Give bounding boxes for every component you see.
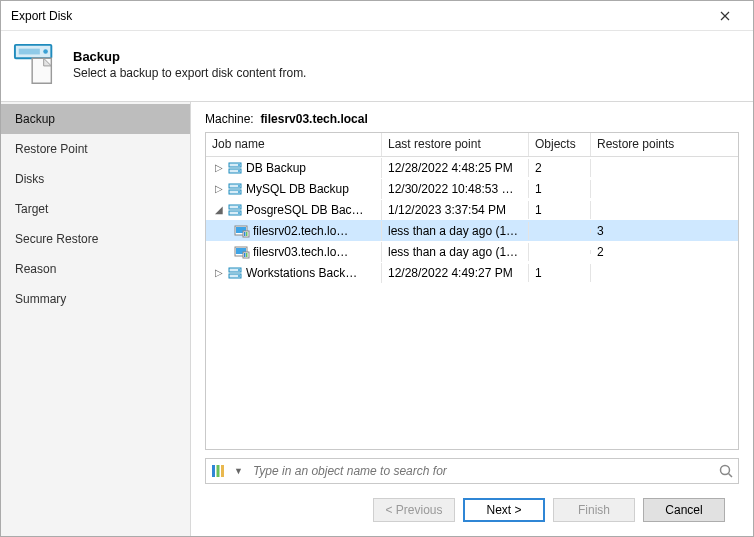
svg-rect-18 xyxy=(244,232,246,236)
expander-icon[interactable]: ▷ xyxy=(214,183,224,194)
sidebar-item-disks[interactable]: Disks xyxy=(1,164,190,194)
col-job-name[interactable]: Job name xyxy=(206,133,382,156)
machine-value: filesrv03.tech.local xyxy=(260,112,367,126)
expander-icon[interactable]: ▷ xyxy=(214,162,224,173)
sidebar-item-target[interactable]: Target xyxy=(1,194,190,224)
sidebar-item-reason[interactable]: Reason xyxy=(1,254,190,284)
svg-point-32 xyxy=(721,466,730,475)
row-last-restore: less than a day ago (1… xyxy=(382,243,529,261)
filter-icon[interactable] xyxy=(210,463,226,479)
grid-job-row[interactable]: ▷MySQL DB Backup12/30/2022 10:48:53 …1 xyxy=(206,178,738,199)
row-last-restore: less than a day ago (1… xyxy=(382,222,529,240)
banner-heading: Backup xyxy=(73,49,306,64)
row-restore-points xyxy=(591,166,738,170)
grid-job-row[interactable]: ◢PosgreSQL DB Bac…1/12/2023 3:37:54 PM1 xyxy=(206,199,738,220)
svg-rect-29 xyxy=(212,465,215,477)
svg-point-9 xyxy=(238,185,240,187)
expander-icon[interactable]: ◢ xyxy=(214,204,224,215)
svg-line-33 xyxy=(729,474,733,478)
close-button[interactable] xyxy=(705,2,745,30)
sidebar-item-restore-point[interactable]: Restore Point xyxy=(1,134,190,164)
row-objects xyxy=(529,250,591,254)
row-name: MySQL DB Backup xyxy=(246,182,349,196)
row-name: DB Backup xyxy=(246,161,306,175)
svg-point-10 xyxy=(238,191,240,193)
svg-rect-1 xyxy=(19,49,40,55)
row-objects: 1 xyxy=(529,180,591,198)
previous-button: < Previous xyxy=(373,498,455,522)
svg-rect-23 xyxy=(244,253,246,257)
svg-point-5 xyxy=(238,164,240,166)
svg-rect-24 xyxy=(246,253,248,257)
row-objects: 1 xyxy=(529,264,591,282)
row-restore-points: 2 xyxy=(591,243,738,261)
grid-body: ▷DB Backup12/28/2022 4:48:25 PM2▷MySQL D… xyxy=(206,157,738,449)
grid-child-row[interactable]: filesrv02.tech.lo…less than a day ago (1… xyxy=(206,220,738,241)
svg-rect-19 xyxy=(246,232,248,236)
grid-header: Job name Last restore point Objects Rest… xyxy=(206,133,738,157)
row-objects xyxy=(529,229,591,233)
search-bar: ▼ xyxy=(205,458,739,484)
row-last-restore: 1/12/2023 3:37:54 PM xyxy=(382,201,529,219)
machine-label: Machine: xyxy=(205,112,254,126)
row-name: Workstations Back… xyxy=(246,266,357,280)
job-icon xyxy=(227,202,243,218)
col-objects[interactable]: Objects xyxy=(529,133,591,156)
row-last-restore: 12/30/2022 10:48:53 … xyxy=(382,180,529,198)
row-restore-points xyxy=(591,208,738,212)
svg-point-14 xyxy=(238,212,240,214)
row-objects: 1 xyxy=(529,201,591,219)
search-icon[interactable] xyxy=(718,463,734,479)
next-button[interactable]: Next > xyxy=(463,498,545,522)
wizard-footer: < Previous Next > Finish Cancel xyxy=(205,484,739,536)
window-title: Export Disk xyxy=(11,9,705,23)
col-restore-points[interactable]: Restore points xyxy=(591,133,738,156)
row-name: PosgreSQL DB Bac… xyxy=(246,203,364,217)
row-objects: 2 xyxy=(529,159,591,177)
close-icon xyxy=(720,11,730,21)
sidebar-item-summary[interactable]: Summary xyxy=(1,284,190,314)
finish-button: Finish xyxy=(553,498,635,522)
grid-job-row[interactable]: ▷Workstations Back…12/28/2022 4:49:27 PM… xyxy=(206,262,738,283)
row-last-restore: 12/28/2022 4:48:25 PM xyxy=(382,159,529,177)
svg-point-28 xyxy=(238,275,240,277)
expander-icon[interactable]: ▷ xyxy=(214,267,224,278)
job-icon xyxy=(227,160,243,176)
row-last-restore: 12/28/2022 4:49:27 PM xyxy=(382,264,529,282)
job-icon xyxy=(227,181,243,197)
sidebar-item-secure-restore[interactable]: Secure Restore xyxy=(1,224,190,254)
wizard-sidebar: BackupRestore PointDisksTargetSecure Res… xyxy=(1,102,191,536)
col-last-restore[interactable]: Last restore point xyxy=(382,133,529,156)
svg-rect-30 xyxy=(217,465,220,477)
svg-point-6 xyxy=(238,170,240,172)
row-restore-points xyxy=(591,271,738,275)
svg-point-2 xyxy=(43,49,48,54)
row-name: filesrv02.tech.lo… xyxy=(253,224,348,238)
grid-job-row[interactable]: ▷DB Backup12/28/2022 4:48:25 PM2 xyxy=(206,157,738,178)
backup-grid: Job name Last restore point Objects Rest… xyxy=(205,132,739,450)
sidebar-item-backup[interactable]: Backup xyxy=(1,104,190,134)
title-bar: Export Disk xyxy=(1,1,753,31)
machine-line: Machine: filesrv03.tech.local xyxy=(205,112,739,126)
vm-icon xyxy=(234,223,250,239)
grid-child-row[interactable]: filesrv03.tech.lo…less than a day ago (1… xyxy=(206,241,738,262)
filter-dropdown-icon[interactable]: ▼ xyxy=(232,466,245,476)
row-restore-points: 3 xyxy=(591,222,738,240)
wizard-banner: Backup Select a backup to export disk co… xyxy=(1,31,753,102)
search-input[interactable] xyxy=(251,463,712,479)
job-icon xyxy=(227,265,243,281)
svg-rect-31 xyxy=(221,465,224,477)
cancel-button[interactable]: Cancel xyxy=(643,498,725,522)
svg-point-13 xyxy=(238,206,240,208)
row-name: filesrv03.tech.lo… xyxy=(253,245,348,259)
svg-point-27 xyxy=(238,269,240,271)
banner-sub: Select a backup to export disk content f… xyxy=(73,66,306,80)
row-restore-points xyxy=(591,187,738,191)
vm-icon xyxy=(234,244,250,260)
backup-disk-icon xyxy=(13,41,59,87)
